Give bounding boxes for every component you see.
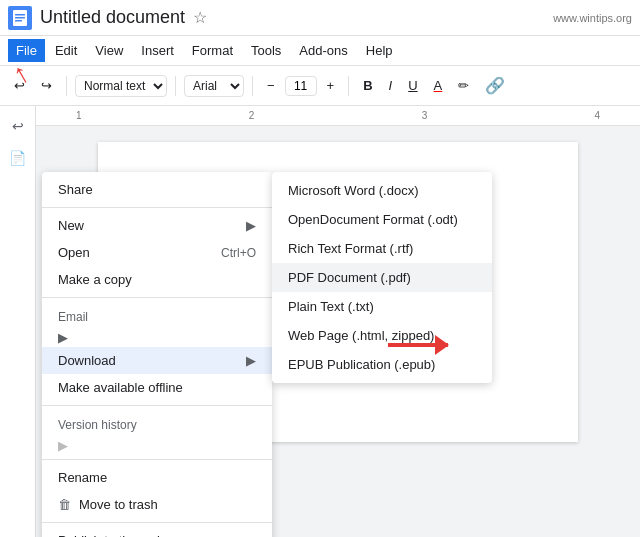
text-color-button[interactable]: A	[428, 74, 449, 97]
menu-insert[interactable]: Insert	[133, 39, 182, 62]
arrow-line	[388, 343, 448, 347]
star-icon[interactable]: ☆	[193, 8, 207, 27]
font-select[interactable]: Arial	[184, 75, 244, 97]
menu-help[interactable]: Help	[358, 39, 401, 62]
file-menu-new[interactable]: New ▶	[42, 212, 272, 239]
menu-edit[interactable]: Edit	[47, 39, 85, 62]
file-menu-share[interactable]: Share	[42, 176, 272, 203]
toolbar-divider-2	[175, 76, 176, 96]
text-style-select[interactable]: Normal text Heading 1	[75, 75, 167, 97]
sidebar-undo-icon[interactable]: ↩	[6, 114, 30, 138]
file-menu: Share New ▶ Open Ctrl+O Make a copy Emai…	[42, 172, 272, 537]
file-menu-open[interactable]: Open Ctrl+O	[42, 239, 272, 266]
menu-divider-2	[42, 297, 272, 298]
download-epub[interactable]: EPUB Publication (.epub)	[272, 350, 492, 379]
download-docx[interactable]: Microsoft Word (.docx)	[272, 176, 492, 205]
download-rtf[interactable]: Rich Text Format (.rtf)	[272, 234, 492, 263]
highlight-button[interactable]: ✏	[452, 74, 475, 97]
download-html[interactable]: Web Page (.html, zipped)	[272, 321, 492, 350]
link-button[interactable]: 🔗	[479, 72, 511, 99]
toolbar: ↩ ↪ Normal text Heading 1 Arial − + B I …	[0, 66, 640, 106]
email-arrow: ▶	[58, 330, 68, 345]
font-size-plus[interactable]: +	[321, 74, 341, 97]
email-section-label: Email	[42, 302, 272, 328]
bold-button[interactable]: B	[357, 74, 378, 97]
file-menu-offline[interactable]: Make available offline	[42, 374, 272, 401]
title-bar: Untitled document ☆ www.wintips.org	[0, 0, 640, 36]
menu-bar: File Edit View Insert Format Tools Add-o…	[0, 36, 640, 66]
svg-rect-3	[15, 17, 25, 19]
menu-divider-3	[42, 405, 272, 406]
menu-view[interactable]: View	[87, 39, 131, 62]
download-submenu: Microsoft Word (.docx) OpenDocument Form…	[272, 172, 492, 383]
left-sidebar: ↩ 📄	[0, 106, 36, 537]
trash-icon: 🗑	[58, 497, 71, 512]
red-arrow-indicator	[388, 343, 448, 347]
file-menu-rename[interactable]: Rename	[42, 464, 272, 491]
download-arrow: ▶	[246, 353, 256, 368]
menu-divider-4	[42, 459, 272, 460]
menu-format[interactable]: Format	[184, 39, 241, 62]
main-area: ↩ 📄 1 2 3 4 Type @ to insert Share New ▶	[0, 106, 640, 537]
toolbar-divider-3	[252, 76, 253, 96]
toolbar-divider-1	[66, 76, 67, 96]
file-menu-email[interactable]: ▶	[42, 328, 272, 347]
file-menu-trash[interactable]: 🗑 Move to trash	[42, 491, 272, 518]
underline-button[interactable]: U	[402, 74, 423, 97]
ruler-marks: 1 2 3 4	[76, 110, 600, 121]
download-pdf[interactable]: PDF Document (.pdf)	[272, 263, 492, 292]
svg-rect-2	[15, 14, 25, 16]
font-size-minus[interactable]: −	[261, 74, 281, 97]
menu-divider-1	[42, 207, 272, 208]
menu-addons[interactable]: Add-ons	[291, 39, 355, 62]
file-menu-download[interactable]: Download ▶	[42, 347, 272, 374]
watermark: www.wintips.org	[553, 12, 632, 24]
sidebar-doc-icon[interactable]: 📄	[6, 146, 30, 170]
font-size-input[interactable]	[285, 76, 317, 96]
version-section-label: Version history	[42, 410, 272, 436]
toolbar-divider-4	[348, 76, 349, 96]
download-txt[interactable]: Plain Text (.txt)	[272, 292, 492, 321]
file-menu-version[interactable]: ▶	[42, 436, 272, 455]
ruler: 1 2 3 4	[36, 106, 640, 126]
download-odt[interactable]: OpenDocument Format (.odt)	[272, 205, 492, 234]
italic-button[interactable]: I	[383, 74, 399, 97]
doc-title: Untitled document	[40, 7, 185, 28]
menu-divider-5	[42, 522, 272, 523]
file-menu-copy[interactable]: Make a copy	[42, 266, 272, 293]
doc-icon	[8, 6, 32, 30]
new-arrow: ▶	[246, 218, 256, 233]
svg-rect-4	[15, 20, 22, 22]
redo-button[interactable]: ↪	[35, 74, 58, 97]
menu-tools[interactable]: Tools	[243, 39, 289, 62]
file-menu-publish[interactable]: Publish to the web	[42, 527, 272, 537]
